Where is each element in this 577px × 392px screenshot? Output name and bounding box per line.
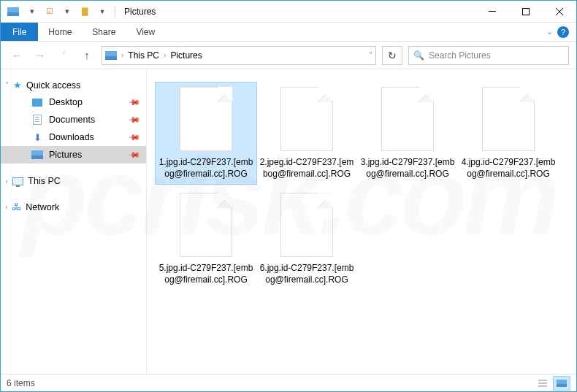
pc-icon	[12, 175, 23, 187]
sidebar-quick-label: Quick access	[26, 80, 80, 91]
download-icon: ⬇	[31, 131, 43, 143]
file-name: 2.jpeg.id-C279F237.[embog@firemail.cc].R…	[259, 157, 354, 180]
address-dropdown-icon[interactable]: ˅	[369, 51, 372, 59]
minimize-button[interactable]	[475, 1, 509, 23]
qat-dropdown-1[interactable]: ▾	[24, 4, 40, 20]
file-item[interactable]: 5.jpg.id-C279F237.[embog@firemail.cc].RO…	[156, 188, 256, 290]
close-button[interactable]	[543, 1, 576, 23]
up-button[interactable]: ↑	[78, 47, 96, 64]
sidebar-network[interactable]: › 🖧 Network	[1, 199, 146, 215]
file-item[interactable]: 2.jpeg.id-C279F237.[embog@firemail.cc].R…	[256, 82, 357, 184]
navbar: ← → ˅ ↑ › This PC › Pictures ˅ ↻ 🔍 Searc…	[1, 42, 576, 69]
sidebar-item-label: Downloads	[49, 132, 94, 142]
pin-icon: 📌	[126, 130, 140, 144]
quick-access-toolbar: ▾ ☑ ▾ ▇ ▼	[24, 4, 110, 20]
file-tab[interactable]: File	[1, 23, 38, 41]
tab-home[interactable]: Home	[38, 23, 82, 41]
file-icon	[280, 87, 333, 151]
sidebar-item-label: This PC	[28, 176, 60, 186]
file-item[interactable]: 6.jpg.id-C279F237.[embog@firemail.cc].RO…	[256, 188, 357, 290]
titlebar-divider	[115, 5, 115, 18]
file-icon	[482, 87, 535, 151]
chevron-right-icon: ›	[5, 177, 7, 185]
file-icon	[180, 87, 232, 151]
desktop-icon	[31, 96, 43, 108]
file-name: 1.jpg.id-C279F237.[embog@firemail.cc].RO…	[158, 157, 253, 180]
maximize-button[interactable]	[509, 1, 543, 23]
sidebar-item-label: Desktop	[49, 97, 83, 107]
qat-dropdown-3[interactable]: ▼	[94, 4, 110, 20]
explorer-icon	[5, 4, 21, 19]
search-icon: 🔍	[413, 50, 424, 61]
sidebar-item-label: Network	[26, 202, 59, 212]
pin-icon: 📌	[126, 95, 140, 109]
qat-properties[interactable]: ☑	[42, 4, 58, 20]
refresh-button[interactable]: ↻	[382, 46, 402, 65]
pin-icon: 📌	[126, 147, 140, 161]
file-icon	[180, 193, 232, 257]
chevron-right-icon: ›	[5, 203, 7, 211]
window-title: Pictures	[124, 7, 156, 17]
pin-icon: 📌	[126, 112, 140, 126]
file-item[interactable]: 4.jpg.id-C279F237.[embog@firemail.cc].RO…	[458, 82, 559, 184]
sidebar-item-downloads[interactable]: ⬇ Downloads 📌	[1, 128, 146, 146]
file-grid[interactable]: 1.jpg.id-C279F237.[embog@firemail.cc].RO…	[147, 69, 576, 374]
svg-rect-1	[523, 8, 530, 15]
tab-share[interactable]: Share	[82, 23, 126, 41]
file-item[interactable]: 3.jpg.id-C279F237.[embog@firemail.cc].RO…	[357, 82, 458, 184]
details-view-button[interactable]	[534, 376, 551, 391]
svg-rect-0	[489, 11, 496, 12]
qat-dropdown-2[interactable]: ▾	[59, 4, 75, 20]
icons-view-button[interactable]	[553, 376, 570, 391]
search-placeholder: Search Pictures	[429, 50, 491, 61]
chevron-down-icon: ˅	[5, 81, 9, 89]
file-item[interactable]: 1.jpg.id-C279F237.[embog@firemail.cc].RO…	[156, 82, 256, 184]
file-name: 6.jpg.id-C279F237.[embog@firemail.cc].RO…	[259, 263, 354, 285]
file-icon	[280, 193, 333, 257]
recent-dropdown[interactable]: ˅	[55, 47, 72, 64]
file-icon	[381, 87, 434, 151]
qat-newfolder[interactable]: ▇	[77, 4, 93, 20]
main-area: ˅ ★ Quick access Desktop 📌 Documents 📌 ⬇…	[1, 69, 576, 374]
window-controls	[475, 1, 576, 23]
sidebar-item-label: Documents	[49, 115, 95, 125]
sidebar: ˅ ★ Quick access Desktop 📌 Documents 📌 ⬇…	[1, 69, 147, 374]
star-icon: ★	[13, 80, 22, 91]
ribbon: File Home Share View ⌄ ?	[1, 23, 576, 42]
document-icon	[31, 114, 43, 126]
sidebar-quick-access[interactable]: ˅ ★ Quick access	[1, 77, 146, 93]
network-icon: 🖧	[12, 201, 21, 212]
address-bar[interactable]: › This PC › Pictures ˅	[102, 46, 376, 65]
statusbar: 6 items	[1, 374, 576, 391]
sidebar-item-label: Pictures	[49, 150, 82, 160]
file-name: 5.jpg.id-C279F237.[embog@firemail.cc].RO…	[158, 263, 253, 285]
file-name: 4.jpg.id-C279F237.[embog@firemail.cc].RO…	[461, 157, 556, 180]
sidebar-this-pc[interactable]: › This PC	[1, 172, 146, 190]
help-icon[interactable]: ?	[557, 26, 569, 38]
breadcrumb-thispc[interactable]: This PC	[128, 50, 159, 61]
tab-view[interactable]: View	[126, 23, 165, 41]
forward-button[interactable]: →	[31, 47, 49, 64]
sidebar-item-documents[interactable]: Documents 📌	[1, 111, 146, 128]
address-pictures-icon	[105, 50, 117, 61]
pictures-icon	[31, 149, 43, 161]
file-name: 3.jpg.id-C279F237.[embog@firemail.cc].RO…	[360, 157, 455, 180]
ribbon-expand-icon[interactable]: ⌄	[546, 27, 553, 36]
sidebar-item-pictures[interactable]: Pictures 📌	[1, 146, 146, 164]
breadcrumb-pictures[interactable]: Pictures	[170, 50, 202, 61]
chevron-right-icon: ›	[121, 51, 123, 59]
chevron-right-icon: ›	[164, 51, 166, 59]
sidebar-item-desktop[interactable]: Desktop 📌	[1, 93, 146, 111]
search-box[interactable]: 🔍 Search Pictures	[408, 46, 569, 65]
item-count: 6 items	[7, 378, 35, 388]
titlebar: ▾ ☑ ▾ ▇ ▼ Pictures	[1, 1, 576, 23]
back-button[interactable]: ←	[8, 47, 26, 64]
